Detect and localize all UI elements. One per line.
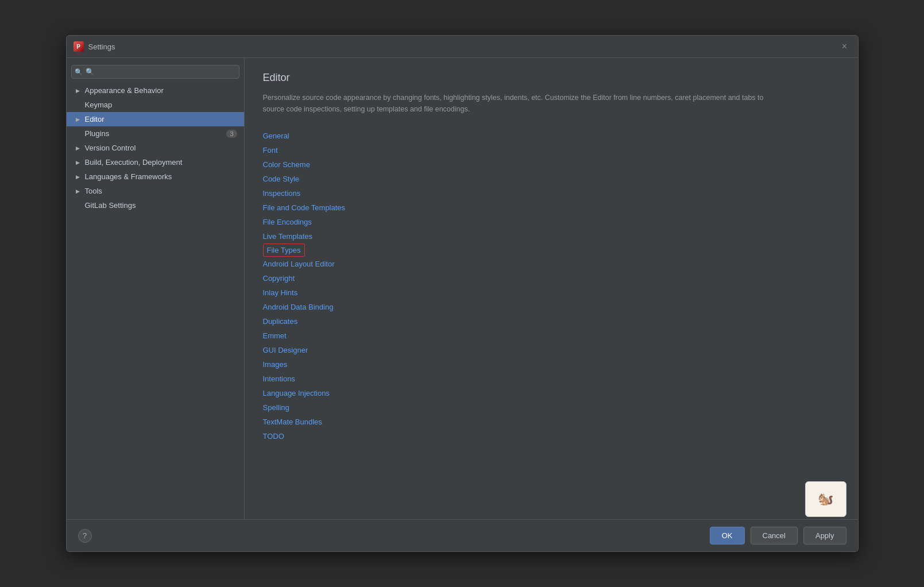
sidebar-item-keymap[interactable]: Keymap: [67, 98, 244, 112]
sidebar-item-label: Editor: [85, 115, 105, 123]
search-box: 🔍: [71, 65, 239, 79]
main-content: Editor Personalize source code appearanc…: [245, 58, 858, 519]
dialog-footer: ? OK Cancel Apply: [67, 519, 858, 551]
cancel-button[interactable]: Cancel: [751, 527, 798, 544]
sidebar-item-label: Plugins: [85, 129, 110, 138]
footer-left: ?: [78, 529, 92, 543]
link-copyright[interactable]: Copyright: [263, 271, 295, 285]
search-input[interactable]: [71, 65, 239, 79]
badge: 3: [226, 130, 237, 138]
link-spelling[interactable]: Spelling: [263, 400, 289, 415]
sidebar-item-build[interactable]: ▶Build, Execution, Deployment: [67, 155, 244, 169]
arrow-icon: ▶: [76, 117, 82, 122]
link-font[interactable]: Font: [263, 143, 278, 157]
sidebar-item-label: Languages & Frameworks: [85, 172, 172, 181]
link-textmate-bundles[interactable]: TextMate Bundles: [263, 415, 322, 429]
link-list: GeneralFontColor SchemeCode StyleInspect…: [263, 129, 840, 443]
link-android-layout-editor[interactable]: Android Layout Editor: [263, 257, 335, 271]
link-file-types[interactable]: File Types: [263, 244, 305, 257]
sidebar-item-label: Tools: [85, 187, 102, 195]
close-button[interactable]: ×: [838, 40, 851, 53]
link-duplicates[interactable]: Duplicates: [263, 314, 298, 329]
arrow-icon: ▶: [76, 145, 82, 151]
sidebar: 🔍 ▶Appearance & BehaviorKeymap▶EditorPlu…: [67, 58, 245, 519]
link-color-scheme[interactable]: Color Scheme: [263, 157, 310, 172]
link-images[interactable]: Images: [263, 357, 288, 372]
sidebar-item-plugins[interactable]: Plugins3: [67, 126, 244, 141]
link-file-and-code-templates[interactable]: File and Code Templates: [263, 200, 346, 215]
title-bar-left: P Settings: [74, 41, 115, 52]
footer-right: OK Cancel Apply: [710, 527, 846, 544]
sidebar-item-label: Appearance & Behavior: [85, 86, 164, 95]
arrow-icon: ▶: [76, 160, 82, 165]
settings-dialog: P Settings × 🔍 ▶Appearance & BehaviorKey…: [66, 35, 859, 552]
link-live-templates[interactable]: Live Templates: [263, 229, 312, 244]
app-icon: P: [74, 41, 84, 52]
sidebar-item-tools[interactable]: ▶Tools: [67, 184, 244, 198]
link-gui-designer[interactable]: GUI Designer: [263, 343, 308, 357]
dialog-title: Settings: [88, 43, 115, 51]
arrow-icon: ▶: [76, 88, 82, 94]
nav-list: ▶Appearance & BehaviorKeymap▶EditorPlugi…: [67, 83, 244, 213]
dialog-body: 🔍 ▶Appearance & BehaviorKeymap▶EditorPlu…: [67, 58, 858, 519]
link-file-encodings[interactable]: File Encodings: [263, 215, 312, 229]
sidebar-item-gitlab[interactable]: GitLab Settings: [67, 198, 244, 213]
link-general[interactable]: General: [263, 129, 289, 143]
page-title: Editor: [263, 72, 840, 84]
link-android-data-binding[interactable]: Android Data Binding: [263, 300, 334, 314]
floating-widget: 🐿️: [805, 481, 846, 517]
sidebar-item-label: Version Control: [85, 144, 136, 152]
sidebar-item-label: GitLab Settings: [85, 201, 136, 210]
sidebar-item-editor[interactable]: ▶Editor: [67, 112, 244, 126]
link-code-style[interactable]: Code Style: [263, 172, 300, 186]
ok-button[interactable]: OK: [710, 527, 745, 544]
page-description: Personalize source code appearance by ch…: [263, 92, 780, 115]
sidebar-item-label: Keymap: [85, 101, 113, 109]
link-inlay-hints[interactable]: Inlay Hints: [263, 285, 298, 300]
link-language-injections[interactable]: Language Injections: [263, 386, 330, 400]
help-button[interactable]: ?: [78, 529, 92, 543]
link-emmet[interactable]: Emmet: [263, 329, 287, 343]
link-inspections[interactable]: Inspections: [263, 186, 301, 200]
sidebar-item-appearance[interactable]: ▶Appearance & Behavior: [67, 83, 244, 98]
arrow-icon: ▶: [76, 188, 82, 194]
sidebar-item-version-control[interactable]: ▶Version Control: [67, 141, 244, 155]
search-icon: 🔍: [75, 68, 83, 76]
title-bar: P Settings ×: [67, 36, 858, 58]
apply-button[interactable]: Apply: [803, 527, 846, 544]
link-todo[interactable]: TODO: [263, 429, 284, 443]
sidebar-item-languages[interactable]: ▶Languages & Frameworks: [67, 169, 244, 184]
arrow-icon: ▶: [76, 174, 82, 180]
link-intentions[interactable]: Intentions: [263, 372, 295, 386]
sidebar-item-label: Build, Execution, Deployment: [85, 158, 183, 167]
